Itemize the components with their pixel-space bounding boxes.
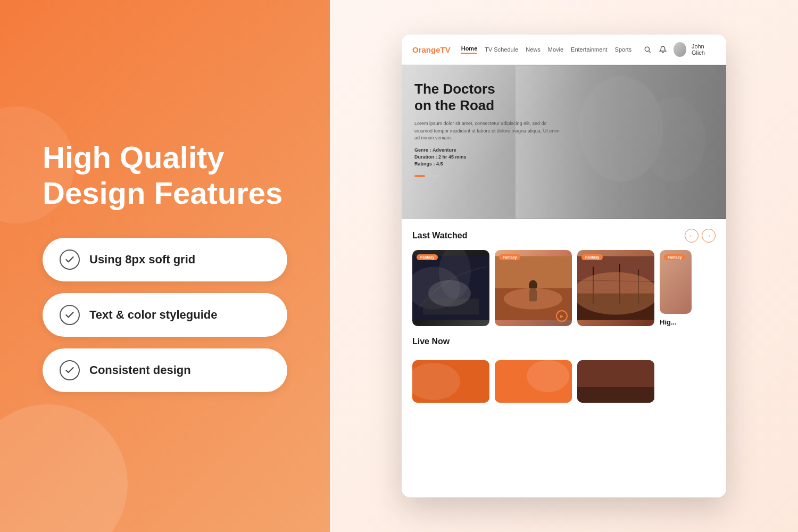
nav-link-movie[interactable]: Movie xyxy=(548,46,563,53)
avatar[interactable] xyxy=(674,42,686,57)
dot-active[interactable] xyxy=(414,175,425,177)
check-icon-design xyxy=(60,360,80,380)
svg-point-26 xyxy=(527,360,569,392)
browser-mockup: OrangeTV Home TV Schedule News Movie Ent… xyxy=(402,35,726,497)
media-card-lololand: Fantasy ⏲ 1hr 24mins 👁 21.1k views Lo Lo… xyxy=(577,250,654,326)
live-thumb-1 xyxy=(412,360,489,403)
nav-right-icons: John Glich xyxy=(642,42,716,57)
media-card-4: Fantasy Hig... xyxy=(660,250,692,326)
svg-line-1 xyxy=(649,51,651,53)
nav-link-sports[interactable]: Sports xyxy=(615,46,632,53)
live-card-1[interactable] xyxy=(412,360,489,403)
feature-label-grid: Using 8px soft grid xyxy=(89,253,195,267)
feature-cards-list: Using 8px soft grid Text & color stylegu… xyxy=(43,238,287,392)
card-thumb-interspace[interactable]: Fantasy xyxy=(412,250,489,326)
nav-link-news[interactable]: News xyxy=(526,46,541,53)
media-card-interspace: Fantasy ⏲ 1hr 24mins 👁 21.2k views Inter… xyxy=(412,250,489,326)
nav-link-home[interactable]: Home xyxy=(461,45,478,54)
heading-line2: Design Features xyxy=(43,176,282,210)
navbar: OrangeTV Home TV Schedule News Movie Ent… xyxy=(402,35,726,65)
arrow-next[interactable]: → xyxy=(702,229,716,243)
brand-logo: OrangeTV xyxy=(412,45,451,54)
live-card-2[interactable] xyxy=(495,360,572,403)
svg-point-22 xyxy=(577,272,654,315)
live-thumb-2 xyxy=(495,360,572,403)
play-button-2[interactable]: ▶ xyxy=(556,310,568,322)
hero-content: The Doctors on the Road Lorem ipsum dolo… xyxy=(414,81,563,177)
left-panel: High Quality Design Features Using 8px s… xyxy=(0,0,330,532)
last-watched-header: Last Watched ← → xyxy=(412,229,716,243)
hero-duration: Duration : 2 hr 45 mins xyxy=(414,154,563,160)
nav-link-entertainment[interactable]: Entertainment xyxy=(571,46,607,53)
hero-ratings: Ratings : 4.5 xyxy=(414,161,563,167)
svg-rect-28 xyxy=(577,387,654,403)
live-thumb-3 xyxy=(577,360,654,403)
hero-dots xyxy=(414,175,563,177)
live-now-header: Live Now xyxy=(412,337,716,353)
thumb-image-3 xyxy=(577,250,654,326)
live-card-3[interactable] xyxy=(577,360,654,403)
check-icon-grid xyxy=(60,250,80,270)
card-title-4: Hig... xyxy=(660,318,692,326)
hero-genre: Genre : Adventure xyxy=(414,147,563,153)
card-thumb-lololand[interactable]: Fantasy xyxy=(577,250,654,326)
live-now-cards xyxy=(412,360,716,403)
hero-description: Lorem ipsum dolor sit amet, consectetur … xyxy=(414,120,563,142)
genre-badge-3: Fantasy xyxy=(581,254,603,260)
last-watched-cards: Fantasy ⏲ 1hr 24mins 👁 21.2k views Inter… xyxy=(412,250,716,326)
card-thumb-4[interactable]: Fantasy xyxy=(660,250,692,314)
feature-label-design: Consistent design xyxy=(89,363,191,377)
card-thumb-herhim[interactable]: Fantasy ▶ xyxy=(495,250,572,326)
hero-section: The Doctors on the Road Lorem ipsum dolo… xyxy=(402,65,726,219)
svg-point-15 xyxy=(504,288,562,310)
main-heading: High Quality Design Features xyxy=(43,140,287,211)
right-panel: OrangeTV Home TV Schedule News Movie Ent… xyxy=(330,0,798,532)
feature-card-design: Consistent design xyxy=(43,348,287,392)
user-name: John Glich xyxy=(692,43,716,56)
nav-link-tvschedule[interactable]: TV Schedule xyxy=(485,46,518,53)
last-watched-title: Last Watched xyxy=(412,231,467,240)
thumb-image-1 xyxy=(412,250,489,326)
notification-icon[interactable] xyxy=(658,44,668,55)
search-icon[interactable] xyxy=(642,44,652,55)
media-card-herhim: Fantasy ▶ ⏲ 1hr 24mins 👁 23.3k views Her… xyxy=(495,250,572,326)
hero-title: The Doctors on the Road xyxy=(414,81,563,114)
arrow-prev[interactable]: ← xyxy=(685,229,699,243)
feature-card-color: Text & color styleguide xyxy=(43,293,287,337)
genre-badge-2: Fantasy xyxy=(499,254,520,260)
dot-3[interactable] xyxy=(435,175,439,177)
main-content: Last Watched ← → xyxy=(402,219,726,497)
genre-badge-4: Fantasy xyxy=(664,254,685,260)
feature-label-color: Text & color styleguide xyxy=(89,308,217,322)
check-icon-color xyxy=(60,305,80,325)
feature-card-grid: Using 8px soft grid xyxy=(43,238,287,281)
svg-point-10 xyxy=(428,280,471,307)
live-now-title: Live Now xyxy=(412,337,450,346)
genre-badge-1: Fantasy xyxy=(417,254,438,260)
carousel-arrows: ← → xyxy=(685,229,716,243)
nav-links: Home TV Schedule News Movie Entertainmen… xyxy=(461,45,632,54)
dot-2[interactable] xyxy=(428,175,432,177)
heading-line1: High Quality xyxy=(43,140,225,174)
